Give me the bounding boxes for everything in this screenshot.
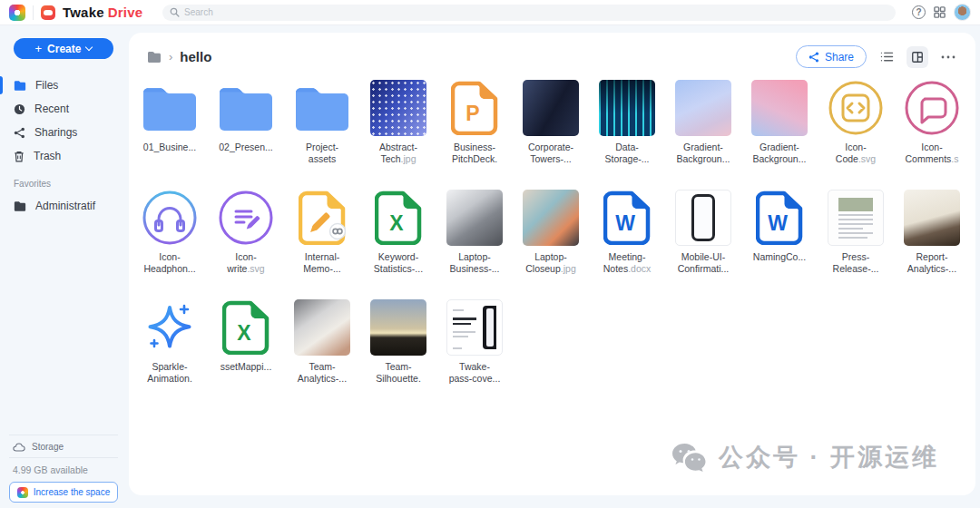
help-icon[interactable]: ? <box>912 5 926 19</box>
file-item[interactable]: Team-Silhouette. <box>360 298 436 385</box>
file-name: ssetMappi... <box>220 361 272 373</box>
file-item[interactable]: Icon-Comments.s <box>894 79 970 165</box>
file-thumbnail: W <box>756 189 803 247</box>
file-item[interactable]: Report-Analytics-... <box>894 189 970 275</box>
rainbow-icon <box>17 487 28 498</box>
file-item[interactable]: Project-assets <box>284 79 360 165</box>
file-thumbnail <box>904 79 960 137</box>
share-button[interactable]: Share <box>796 45 867 68</box>
file-thumbnail <box>294 298 350 357</box>
file-item[interactable]: Sparkle-Animation. <box>132 298 208 385</box>
share-icon <box>808 52 819 63</box>
file-name: Report-Analytics-... <box>907 251 956 275</box>
image-thumbnail <box>446 190 503 246</box>
file-item[interactable]: Icon-Code.svg <box>818 79 894 165</box>
view-controls: Share <box>796 45 959 68</box>
svg-text:X: X <box>389 211 404 235</box>
file-item[interactable]: Icon-Headphon... <box>132 189 208 275</box>
sidebar-item-files[interactable]: Files <box>0 73 127 97</box>
folder-icon <box>218 85 274 131</box>
file-thumbnail <box>370 79 426 137</box>
file-item[interactable]: 02_Presen... <box>208 79 284 165</box>
sidebar-item-label: Trash <box>34 150 61 162</box>
image-thumbnail <box>675 190 731 246</box>
file-item[interactable]: 01_Busine... <box>132 79 208 165</box>
file-item[interactable]: Mobile-UI-Confirmati... <box>665 189 741 275</box>
image-thumbnail <box>828 190 884 246</box>
file-item[interactable]: Press-Release-... <box>818 189 894 275</box>
more-icon <box>941 55 956 59</box>
image-thumbnail <box>675 80 731 136</box>
image-thumbnail <box>446 299 503 356</box>
search-bar[interactable] <box>162 5 896 21</box>
file-thumbnail <box>523 189 579 247</box>
increase-space-button[interactable]: Increase the space <box>9 482 118 503</box>
sidebar-item-recent[interactable]: Recent <box>0 97 127 121</box>
file-name: Mobile-UI-Confirmati... <box>678 251 730 275</box>
file-item[interactable]: XKeyword-Statistics-... <box>360 189 436 275</box>
sidebar-item-administratif[interactable]: Administratif <box>0 194 127 218</box>
file-name: Project-assets <box>306 142 338 165</box>
breadcrumb[interactable]: › hello <box>147 49 211 64</box>
file-name: Keyword-Statistics-... <box>374 251 423 275</box>
file-name: Press-Release-... <box>833 251 879 275</box>
file-item[interactable]: Corporate-Towers-... <box>513 79 589 165</box>
document-icon: X <box>375 190 422 245</box>
file-thumbnail <box>218 189 274 247</box>
image-thumbnail <box>751 80 808 136</box>
file-item[interactable]: Team-Analytics-... <box>284 298 360 385</box>
file-name: Gradient-Backgroun... <box>677 142 730 165</box>
file-item[interactable]: Laptop-Closeup.jpg <box>513 189 589 275</box>
grid-view-icon <box>911 51 924 64</box>
file-thumbnail <box>751 79 808 137</box>
folder-icon <box>14 80 26 91</box>
brand-word-1: Twake <box>63 5 104 20</box>
file-item[interactable]: PBusiness-PitchDeck. <box>436 79 513 165</box>
file-item[interactable]: Abstract-Tech.jpg <box>360 79 436 165</box>
file-thumbnail <box>446 189 503 247</box>
twake-logo-icon[interactable] <box>41 5 55 20</box>
more-options-button[interactable] <box>937 46 959 68</box>
file-thumbnail <box>828 79 884 137</box>
circle-icon <box>904 80 960 136</box>
create-button[interactable]: + Create <box>14 38 113 59</box>
file-item[interactable]: Internal-Memo-... <box>284 189 360 275</box>
favorites-section-label: Favorites <box>14 179 127 189</box>
file-item[interactable]: Gradient-Backgroun... <box>665 79 741 165</box>
file-item[interactable]: WNamingCo... <box>741 189 818 275</box>
sidebar-item-sharings[interactable]: Sharings <box>0 121 127 144</box>
file-name: Team-Silhouette. <box>376 361 421 385</box>
file-item[interactable]: Laptop-Business-... <box>436 189 513 275</box>
file-item[interactable]: Twake-pass-cove... <box>436 298 513 385</box>
file-name: Internal-Memo-... <box>303 251 340 275</box>
grid-view-button[interactable] <box>906 46 928 68</box>
file-item[interactable]: WMeeting-Notes.docx <box>589 189 665 275</box>
file-name: Meeting-Notes.docx <box>603 251 652 275</box>
svg-text:W: W <box>615 211 635 235</box>
file-name: Twake-pass-cove... <box>449 361 501 385</box>
sidebar-item-trash[interactable]: Trash <box>0 144 127 168</box>
list-view-button[interactable] <box>876 46 897 68</box>
content-card: › hello Share <box>129 33 975 495</box>
file-thumbnail <box>142 298 198 357</box>
circle-icon <box>142 190 198 246</box>
storage-label: Storage <box>32 442 64 452</box>
document-icon <box>299 190 346 245</box>
app-launcher-icon[interactable] <box>9 5 25 21</box>
apps-grid-icon[interactable] <box>933 5 946 19</box>
sidebar-item-label: Sharings <box>34 126 77 139</box>
list-view-icon <box>880 51 894 63</box>
file-item[interactable]: Icon-write.svg <box>208 189 284 275</box>
file-name: Laptop-Business-... <box>450 251 500 275</box>
file-name: Icon-Code.svg <box>836 142 876 165</box>
search-input[interactable] <box>184 7 888 17</box>
chevron-down-icon <box>85 44 93 51</box>
file-item[interactable]: Data-Storage-... <box>589 79 665 165</box>
file-item[interactable]: XssetMappi... <box>208 298 284 385</box>
sidebar-item-label: Recent <box>34 103 69 115</box>
file-name: Team-Analytics-... <box>298 361 347 385</box>
plus-icon: + <box>35 42 43 55</box>
circle-icon <box>218 190 274 246</box>
file-item[interactable]: Gradient-Backgroun... <box>741 79 818 165</box>
user-avatar[interactable] <box>954 4 971 21</box>
